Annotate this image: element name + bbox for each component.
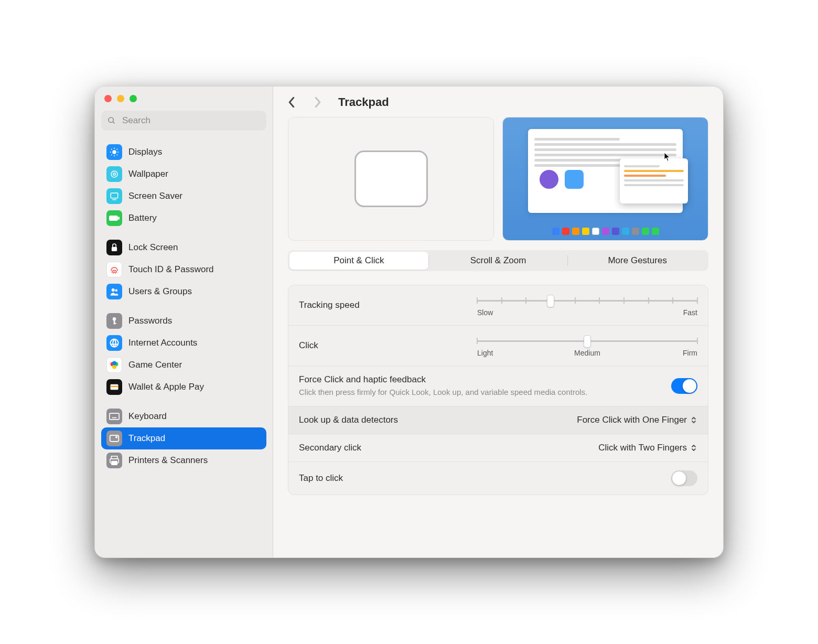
tab-point-click[interactable]: Point & Click xyxy=(289,252,428,270)
page-title: Trackpad xyxy=(338,95,389,109)
settings-panel: Tracking speed Slow Fast Click xyxy=(288,285,708,495)
sidebar-list[interactable]: DisplaysWallpaperScreen SaverBatteryLock… xyxy=(95,133,273,557)
sidebar-item-users[interactable]: Users & Groups xyxy=(101,281,266,303)
chevron-updown-icon xyxy=(690,443,697,453)
sidebar-item-label: Wallpaper xyxy=(128,169,168,179)
secondary-click-value: Click with Two Fingers xyxy=(598,443,687,453)
passwords-icon xyxy=(106,313,122,329)
sidebar-item-label: Battery xyxy=(128,213,157,223)
svg-point-19 xyxy=(115,289,118,292)
svg-rect-13 xyxy=(111,193,118,198)
secondary-click-row: Secondary click Click with Two Fingers xyxy=(288,434,708,462)
sidebar-item-label: Passwords xyxy=(128,316,172,326)
users-icon xyxy=(106,284,122,299)
force-click-toggle[interactable] xyxy=(671,378,697,394)
svg-rect-30 xyxy=(111,386,119,387)
svg-line-8 xyxy=(117,155,118,156)
sidebar-item-passwords[interactable]: Passwords xyxy=(101,310,266,332)
window-controls xyxy=(95,87,273,106)
printers-icon xyxy=(106,453,122,468)
svg-point-2 xyxy=(112,150,116,154)
svg-rect-15 xyxy=(110,216,117,220)
tab-more-gestures[interactable]: More Gestures xyxy=(568,252,707,270)
sidebar-item-label: Displays xyxy=(128,147,162,157)
sidebar-item-label: Touch ID & Password xyxy=(128,264,214,275)
sidebar-item-wallet[interactable]: Wallet & Apple Pay xyxy=(101,376,266,398)
sidebar-item-label: Users & Groups xyxy=(128,286,192,297)
svg-rect-31 xyxy=(110,413,119,420)
internet-icon xyxy=(106,335,122,351)
sidebar-item-label: Internet Accounts xyxy=(128,338,197,348)
svg-line-7 xyxy=(111,149,112,150)
trackpad-icon xyxy=(106,431,122,446)
sidebar-item-game[interactable]: Game Center xyxy=(101,354,266,376)
svg-point-28 xyxy=(112,361,116,366)
gesture-preview xyxy=(502,117,708,241)
trackpad-icon xyxy=(354,151,428,207)
sidebar-item-label: Lock Screen xyxy=(128,242,178,253)
force-click-row: Force Click and haptic feedback Click th… xyxy=(288,366,708,406)
forward-button[interactable] xyxy=(309,94,327,111)
close-window-button[interactable] xyxy=(104,95,112,102)
svg-rect-17 xyxy=(112,247,117,251)
svg-point-11 xyxy=(113,173,116,176)
slider-tracking-knob[interactable] xyxy=(547,295,554,307)
wallpaper-icon xyxy=(106,166,122,182)
secondary-click-select[interactable]: Click with Two Fingers xyxy=(598,443,697,453)
sidebar: DisplaysWallpaperScreen SaverBatteryLock… xyxy=(95,87,273,557)
preview-row xyxy=(288,117,708,241)
click-min-label: Light xyxy=(477,349,493,357)
minimize-window-button[interactable] xyxy=(117,95,124,102)
game-icon xyxy=(106,357,122,373)
tracking-speed-slider[interactable]: Slow Fast xyxy=(477,294,697,317)
svg-rect-22 xyxy=(114,323,116,324)
tab-scroll-zoom[interactable]: Scroll & Zoom xyxy=(429,252,568,270)
sidebar-item-trackpad[interactable]: Trackpad xyxy=(101,427,266,449)
sidebar-item-label: Screen Saver xyxy=(128,191,182,201)
content-scroll[interactable]: Point & ClickScroll & ZoomMore Gestures … xyxy=(273,116,723,557)
lookup-value: Force Click with One Finger xyxy=(577,415,687,425)
search-field[interactable] xyxy=(101,111,266,131)
main-content: Trackpad xyxy=(273,87,723,557)
sidebar-item-wallpaper[interactable]: Wallpaper xyxy=(101,163,266,185)
lock-icon xyxy=(106,240,122,255)
click-mid-label: Medium xyxy=(574,349,600,357)
lookup-select[interactable]: Force Click with One Finger xyxy=(577,415,697,425)
slider-click-knob[interactable] xyxy=(584,335,591,348)
svg-line-10 xyxy=(111,155,112,156)
sidebar-item-printers[interactable]: Printers & Scanners xyxy=(101,449,266,471)
sidebar-item-label: Trackpad xyxy=(128,433,165,444)
sidebar-item-lock[interactable]: Lock Screen xyxy=(101,237,266,259)
system-settings-window: DisplaysWallpaperScreen SaverBatteryLock… xyxy=(94,86,724,558)
svg-rect-37 xyxy=(110,435,119,442)
tracking-max-label: Fast xyxy=(683,308,697,317)
tap-to-click-toggle[interactable] xyxy=(671,470,697,486)
sidebar-item-displays[interactable]: Displays xyxy=(101,141,266,163)
sidebar-item-label: Wallet & Apple Pay xyxy=(128,382,204,392)
zoom-window-button[interactable] xyxy=(130,95,137,102)
sidebar-item-label: Keyboard xyxy=(128,411,167,422)
tracking-min-label: Slow xyxy=(477,308,493,317)
keyboard-icon xyxy=(106,409,122,424)
back-button[interactable] xyxy=(283,94,300,111)
sidebar-item-screensaver[interactable]: Screen Saver xyxy=(101,185,266,207)
tap-to-click-label: Tap to click xyxy=(299,473,343,484)
sidebar-item-keyboard[interactable]: Keyboard xyxy=(101,405,266,427)
displays-icon xyxy=(106,144,122,160)
sidebar-item-battery[interactable]: Battery xyxy=(101,207,266,229)
search-container xyxy=(95,106,273,133)
svg-rect-16 xyxy=(118,217,120,219)
wallet-icon xyxy=(106,379,122,395)
sidebar-item-touchid[interactable]: Touch ID & Password xyxy=(101,259,266,281)
click-slider[interactable]: Light Medium Firm xyxy=(477,334,697,357)
cursor-icon xyxy=(664,152,671,162)
screensaver-icon xyxy=(106,188,122,204)
secondary-click-label: Secondary click xyxy=(299,443,361,453)
sidebar-item-label: Game Center xyxy=(128,360,182,370)
search-input[interactable] xyxy=(121,115,260,126)
tracking-speed-label: Tracking speed xyxy=(299,300,360,310)
sidebar-item-internet[interactable]: Internet Accounts xyxy=(101,332,266,354)
force-click-description: Click then press firmly for Quick Look, … xyxy=(299,387,587,398)
search-icon xyxy=(107,116,116,125)
lookup-row: Look up & data detectors Force Click wit… xyxy=(288,406,708,434)
